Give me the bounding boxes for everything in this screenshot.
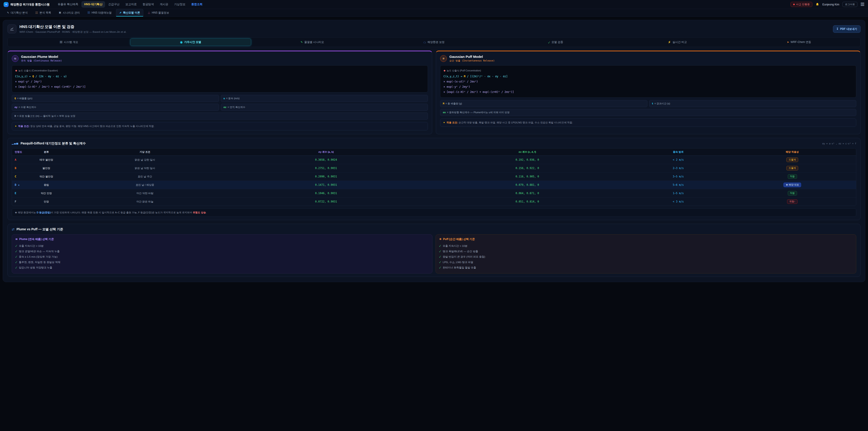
list-item: ✓풍속 ≥ 1.5 m/s (정상류 가정 가능) [16, 254, 429, 259]
incident-label: 사고 진행중 [796, 3, 810, 6]
nav-item-board[interactable]: 게시판 [157, 1, 171, 8]
puff-eq-line-4: × [exp(-(z-H)² / 2σz²) + exp(-(z+H)² / 2… [443, 90, 853, 95]
tab-system-overview[interactable]: ▦ 시스템 개요 [8, 38, 129, 46]
tab-substance-scenarios[interactable]: ✎ 물질별 시나리오 [252, 38, 373, 46]
weather-cell: 흐린 날 주간 [64, 173, 225, 180]
subtab-model-theory[interactable]: ⇗ 확산모델 이론 [116, 9, 144, 17]
class-cell: 중립 [28, 182, 64, 188]
weather-cell: 맑은 날 강한 일사 [64, 156, 225, 163]
table-row-C: C 약간 불안정 흐린 날 주간 0.2090, 0.9031 0.116, 0… [12, 173, 856, 181]
puff-equation-label: ◆농도 산출식 (Puff Concentration) [443, 68, 853, 73]
wave-icon: ≋ [16, 238, 18, 241]
param-H: H= 유효 방출고도 (m) — 물리적 높이 + 부력 상승 보정 [12, 113, 428, 120]
notification-bell-icon[interactable] [815, 3, 819, 6]
user-name: Eunjeong Kim [822, 3, 839, 6]
col-weather: 기상 조건 [64, 149, 225, 155]
subtab-analysis-list[interactable]: ▤ 분석 목록 [32, 9, 55, 17]
subtab-label: 시나리오 관리 [63, 11, 80, 15]
chart-line-icon: ⇗ [119, 11, 121, 14]
subtab-hns-manual[interactable]: ▥ HNS 대응매뉴얼 [84, 9, 115, 17]
incident-dot-icon [793, 4, 795, 5]
check-icon: ✓ [548, 40, 550, 44]
tab-marine-correction[interactable]: ☁ 해양환경 보정 [374, 38, 494, 46]
list-item: ✓컨테이너 화학물질 돌발 유출 [439, 265, 852, 270]
sigma-y-cell: 0.2090, 0.9031 [225, 173, 427, 180]
cloud-icon: ☁ [423, 40, 426, 44]
tab-realtime-comparison[interactable]: ⚡ 실시간 비교 [617, 38, 738, 46]
plume-equation-label: ◆농도 산출식 (Concentration Equation) [15, 68, 425, 73]
param-t: t= 경과시간 (s) [649, 100, 857, 107]
wind-cell: 5–6 m/s [628, 182, 728, 188]
grade-cell: F [12, 198, 28, 205]
puff-subtitle: 순간 방출 (Instantaneous Release) [450, 59, 495, 62]
grade-cell: E [12, 190, 28, 196]
puff-criteria-list: ✓유출 지속시간 < 10분 ✓탱크 폭발/BLEVE — 순간 방출 ✓증발 … [439, 243, 852, 270]
app-title: 해양환경 위기대응 통합시스템 [10, 2, 50, 6]
hamburger-menu-icon[interactable]: ☰ [861, 2, 864, 6]
main-menu: 유출유 확산예측 HNS·대기확산 긴급구난 보고자료 항공탐색 게시판 기상정… [55, 1, 205, 8]
navbar-right: 사고 진행중 Eunjeong Kim 로그아웃 ☰ [790, 2, 864, 7]
puff-usage-note: ✦적용 조건: 순간적 대량 방출, 폭발·탱크 파열. 해양 사고 중 LPG… [440, 118, 856, 127]
wind-cell: < 2 m/s [628, 156, 728, 163]
table-row-D: D ★ 중립 흐린 날 / 해상풍 0.1471, 0.9031 0.079, … [12, 181, 856, 189]
plume-criteria-box: ≋ Plume (연속 배출) 선택 기준 ✓유출 지속시간 > 10분 ✓탱크… [12, 235, 432, 274]
page-subtitle: WRF-Chem · Gaussian Plume/Puff · ROMS · … [20, 30, 126, 34]
sigma-z-cell: 0.079, 0.881, 0 [427, 182, 628, 188]
nav-item-reports[interactable]: 보고자료 [123, 1, 140, 8]
param-sigma-x: σx= 풍하방향 확산계수 — Plume에서는 u에 의해 이미 반영 [440, 109, 856, 116]
check-icon: ✓ [16, 260, 17, 264]
tab-label: WRF-Chem 연동 [791, 40, 811, 44]
model-cards-row: ≋ Gaussian Plume Model 연속 방출 (Continuous… [7, 51, 861, 134]
puff-eq-line-1: C(x,y,z,t) = M / [(2π)³/² · σx · σy · σz… [443, 74, 853, 79]
table-row-B: B 불안정 맑은 날 약한 일사 0.2751, 0.9031 0.156, 0… [12, 164, 856, 173]
main-panel: HNS 대기확산 모델 이론 및 검증 WRF-Chem · Gaussian … [3, 20, 865, 282]
tab-model-validation[interactable]: ✓ 모델 검증 [495, 38, 616, 46]
pdf-export-button[interactable]: ↧ PDF 내보내기 [833, 25, 861, 33]
tab-gaussian-model[interactable]: ◉ 가우시안 모델 [130, 38, 251, 46]
incident-status-badge[interactable]: 사고 진행중 [790, 2, 813, 7]
rocket-icon: ➤ [787, 41, 789, 43]
pasquill-title: Pasquill-Gifford 대기안정도 분류 및 확산계수 [21, 142, 86, 146]
tab-wrf-chem-link[interactable]: ➤ WRF-Chem 연동 [739, 38, 860, 46]
folder-icon: ▣ [59, 11, 61, 14]
class-cell: 안정 [28, 198, 64, 205]
check-icon: ✓ [439, 255, 441, 258]
table-header-row: 안정도 분류 기상 조건 σy 계수 (a, b) σz 계수 (c, d, f… [12, 149, 856, 156]
wind-cell: < 3 m/s [628, 198, 728, 205]
check-icon: ✓ [16, 266, 17, 269]
subtab-scenario-management[interactable]: ▣ 시나리오 관리 [55, 9, 83, 17]
sigma-y-cell: 0.3658, 0.9024 [225, 156, 427, 163]
check-icon: ✓ [16, 249, 17, 253]
pin-icon: ◆ [15, 70, 17, 72]
pin-icon: ◆ [443, 70, 445, 72]
puff-eq-line-3: × exp(-y² / 2σy²) [443, 84, 853, 90]
list-item: ✓유출 지속시간 > 10분 [16, 243, 429, 249]
subtab-hns-substance-info[interactable]: △ HNS 물질정보 [144, 9, 173, 17]
nav-item-weather[interactable]: 기상정보 [171, 1, 188, 8]
col-sigma-y: σy 계수 (a, b) [225, 149, 427, 155]
app-logo[interactable]: ≈ 해양환경 위기대응 통합시스템 [4, 2, 50, 7]
plume-parameters: Q= 배출률 (g/s) u= 풍속 (m/s) σy= 수평 확산계수 σz=… [12, 95, 428, 120]
subtab-dispersion-analysis[interactable]: ✎ 대기확산 분석 [4, 9, 31, 17]
nav-item-emergency[interactable]: 긴급구난 [105, 1, 122, 8]
plume-card-header: ≋ Gaussian Plume Model 연속 방출 (Continuous… [12, 55, 428, 62]
model-selection-section: ⇄ Plume vs Puff — 모델 선택 기준 ≋ Plume (연속 배… [7, 224, 861, 277]
marine-fit-badge: 드물게 [786, 157, 798, 162]
logout-button[interactable]: 로그아웃 [842, 2, 857, 7]
marine-fit-badge: 위험↑ [787, 199, 798, 204]
nav-item-hns-dispersion[interactable]: HNS·대기확산 [81, 1, 105, 8]
wind-cell: 3–5 m/s [628, 173, 728, 180]
nav-item-aerial-search[interactable]: 항공탐색 [140, 1, 157, 8]
list-item: ✓탱크 균열/배관 파손 — 지속적 누출 [16, 249, 429, 254]
section-tabs: ▦ 시스템 개요 ◉ 가우시안 모델 ✎ 물질별 시나리오 ☁ 해양환경 보정 … [7, 37, 861, 47]
grade-cell: A [12, 156, 28, 163]
nav-item-oil-spill[interactable]: 유출유 확산예측 [55, 1, 81, 8]
download-icon: ↧ [836, 27, 839, 31]
selection-grid: ≋ Plume (연속 배출) 선택 기준 ✓유출 지속시간 > 10분 ✓탱크… [12, 235, 856, 274]
param-Q: Q= 배출률 (g/s) [12, 95, 219, 102]
table-row-E: E 약간 안정 야간 약한 바람 0.1046, 0.9031 0.064, 0… [12, 189, 856, 197]
wind-cell: 1–5 m/s [628, 190, 728, 196]
tab-label: 물질별 시나리오 [304, 40, 324, 44]
subtab-label: 확산모델 이론 [123, 11, 140, 15]
nav-item-integrated-search[interactable]: 통합조회 [188, 1, 205, 8]
